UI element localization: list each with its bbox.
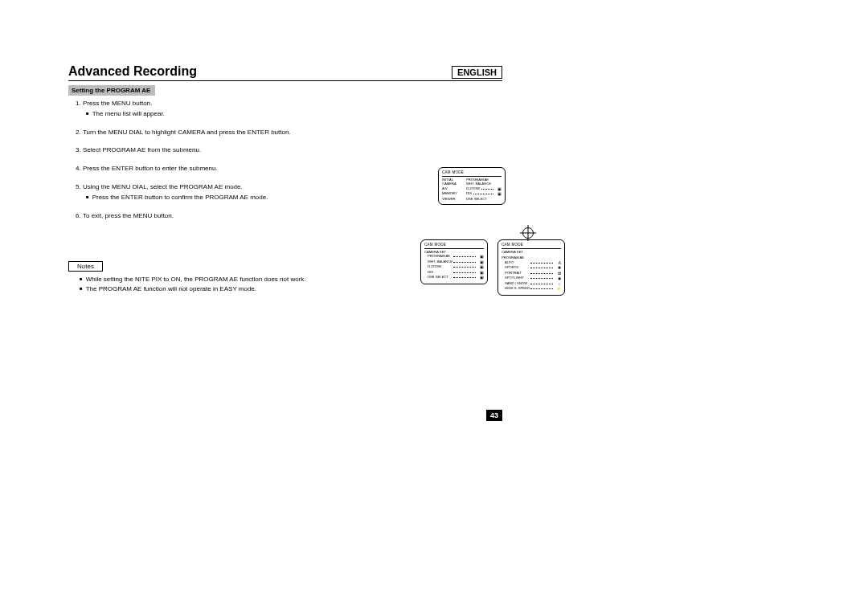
menu2-title: CAM MODE [424, 243, 484, 249]
m1-l4: VIEWER [442, 197, 466, 201]
note-2: The PROGRAM AE function will not operate… [80, 284, 502, 294]
manual-page: Advanced Recording ENGLISH Setting the P… [68, 64, 502, 418]
page-number: 43 [486, 410, 502, 421]
notes-heading: Notes [68, 261, 103, 272]
step-4: Press the ENTER button to enter the subm… [83, 164, 362, 174]
menu-screen-2: CAM MODE CAMERA SET PROGRAM AE▣ WHT. BAL… [420, 239, 488, 284]
step-1-sub: The menu list will appear. [86, 109, 362, 120]
menu3-heading: CAMERA SET [502, 250, 561, 254]
header-row: Advanced Recording ENGLISH [68, 64, 502, 79]
registration-mark-icon [520, 225, 536, 241]
menu-screen-3: CAM MODE CAMERA SET PROGRAM AE AUTOA SPO… [497, 239, 565, 296]
instruction-list: Press the MENU button. The menu list wil… [68, 99, 362, 221]
section-subtitle: Setting the PROGRAM AE [68, 85, 155, 96]
step-6: To exit, press the MENU button. [83, 211, 362, 222]
highspeed-icon: ⚡ [555, 286, 561, 292]
step-5: Using the MENU DIAL, select the PROGRAM … [83, 182, 362, 203]
menu1-title: CAM MODE [442, 170, 502, 177]
m1-r4: DSE SELECT [466, 197, 487, 201]
step-1: Press the MENU button. The menu list wil… [83, 99, 362, 120]
m2-i4: DSE SELECT [424, 275, 452, 280]
step-3: Select PROGRAM AE from the submenu. [83, 145, 362, 156]
title-rule [68, 80, 502, 81]
step-1-text: Press the MENU button. [83, 100, 152, 107]
menu3-title: CAM MODE [502, 243, 561, 249]
m3-i5: HIGH S. SPEED [502, 286, 529, 292]
language-badge: ENGLISH [452, 66, 502, 79]
page-title: Advanced Recording [68, 64, 197, 79]
checkbox-icon: ▣ [477, 275, 484, 280]
step-2: Turn the MENU DIAL to highlight CAMERA a… [83, 128, 362, 138]
checkbox-icon: ▣ [495, 191, 502, 197]
step-5-sub: Press the ENTER button to confirm the PR… [86, 193, 362, 203]
step-5-text: Using the MENU DIAL, select the PROGRAM … [83, 183, 243, 190]
menu-screen-1: CAM MODE INITIALPROGRAM AE CAMERAWHT. BA… [438, 167, 506, 205]
